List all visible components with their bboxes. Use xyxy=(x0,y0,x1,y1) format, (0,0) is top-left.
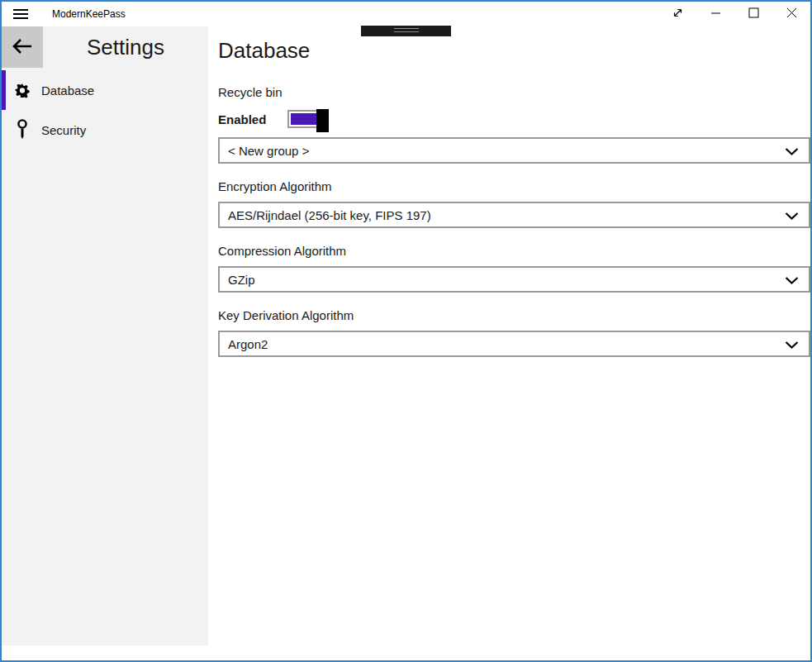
key-derivation-algorithm-select[interactable]: Argon2 xyxy=(218,331,810,357)
close-icon xyxy=(786,7,797,21)
toggle-fill xyxy=(291,113,316,125)
close-button[interactable] xyxy=(772,2,810,26)
recycle-bin-label: Recycle bin xyxy=(218,84,810,101)
settings-sidebar: Settings Database xyxy=(2,26,208,645)
app-window: ModernKeePass xyxy=(0,0,812,662)
recycle-bin-group-select[interactable]: < New group > xyxy=(218,137,810,164)
compression-algorithm-select[interactable]: GZip xyxy=(218,266,810,293)
maximize-button[interactable] xyxy=(734,2,772,26)
hamburger-menu-button[interactable] xyxy=(12,2,29,26)
toggle-thumb[interactable] xyxy=(316,109,329,132)
titlebar: ModernKeePass xyxy=(2,2,810,26)
minimize-icon xyxy=(710,7,721,21)
sidebar-nav: Database Security xyxy=(2,70,208,150)
chevron-down-icon xyxy=(785,274,799,288)
minimize-button[interactable] xyxy=(696,2,734,26)
encryption-algorithm-select[interactable]: AES/Rijndael (256-bit key, FIPS 197) xyxy=(218,202,810,228)
sidebar-header: Settings xyxy=(2,26,208,68)
selected-value: AES/Rijndael (256-bit key, FIPS 197) xyxy=(228,208,431,222)
enabled-label: Enabled xyxy=(218,112,287,126)
sidebar-item-label: Security xyxy=(41,123,86,137)
chevron-down-icon xyxy=(785,209,799,223)
database-settings-panel: Database Recycle bin Enabled < New group… xyxy=(208,26,810,645)
fullscreen-button[interactable] xyxy=(658,2,696,26)
selected-value: Argon2 xyxy=(228,337,268,351)
diagonal-resize-icon xyxy=(672,7,684,21)
gear-icon xyxy=(14,79,31,102)
chevron-down-icon xyxy=(785,145,799,159)
page-title: Database xyxy=(218,38,810,63)
key-derivation-algorithm-label: Key Derivation Algorithm xyxy=(218,307,810,324)
titlebar-overlay-bar xyxy=(361,26,451,36)
window-controls xyxy=(658,2,810,26)
key-icon xyxy=(14,118,31,141)
recycle-bin-toggle[interactable] xyxy=(287,110,329,128)
selection-indicator xyxy=(2,70,6,110)
back-button[interactable] xyxy=(2,26,43,68)
app-title: ModernKeePass xyxy=(52,8,126,20)
selected-value: GZip xyxy=(228,273,255,287)
settings-page-title: Settings xyxy=(43,26,208,68)
drag-handle-lines xyxy=(394,28,419,32)
encryption-algorithm-label: Encryption Algorithm xyxy=(218,179,810,195)
chevron-down-icon xyxy=(785,338,799,352)
compression-algorithm-label: Compression Algorithm xyxy=(218,243,810,260)
sidebar-item-security[interactable]: Security xyxy=(2,110,208,150)
sidebar-item-label: Database xyxy=(41,83,94,98)
hamburger-icon xyxy=(13,7,28,21)
selected-value: < New group > xyxy=(228,144,309,158)
back-arrow-icon xyxy=(12,37,33,58)
sidebar-item-database[interactable]: Database xyxy=(2,70,208,110)
maximize-icon xyxy=(748,7,759,21)
recycle-bin-toggle-row: Enabled xyxy=(218,108,810,130)
